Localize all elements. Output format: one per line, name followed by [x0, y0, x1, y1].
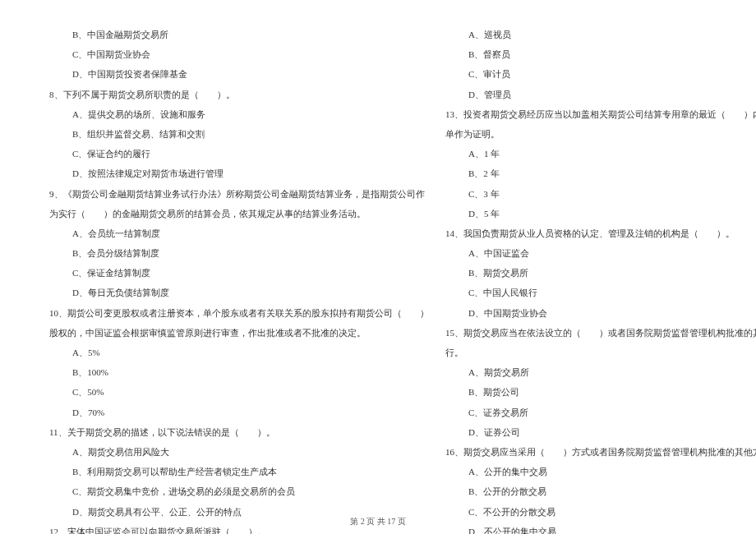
- text-line: A、1 年: [445, 144, 756, 163]
- text-line: A、期货交易所: [445, 362, 756, 382]
- text-line: 8、下列不属于期货交易所职责的是（ ）。: [49, 85, 429, 104]
- text-line: D、证券公司: [445, 422, 756, 442]
- text-line: B、组织并监督交易、结算和交割: [49, 124, 429, 144]
- right-column: A、巡视员B、督察员C、审计员D、管理员13、投资者期货交易经历应当以加盖相关期…: [437, 25, 756, 485]
- text-line: B、公开的分散交易: [445, 481, 756, 501]
- text-line: A、会员统一结算制度: [49, 223, 429, 243]
- text-line: D、中国期货投资者保障基金: [49, 64, 429, 84]
- text-line: C、3 年: [445, 184, 756, 204]
- text-line: A、巡视员: [445, 25, 756, 44]
- text-line: D、5 年: [445, 204, 756, 223]
- text-line: 9、《期货公司金融期货结算业务试行办法》所称期货公司金融期货结算业务，是指期货公…: [49, 184, 429, 204]
- text-line: A、提供交易的场所、设施和服务: [49, 104, 429, 124]
- text-line: A、中国证监会: [445, 243, 756, 263]
- text-line: 15、期货交易应当在依法设立的（ ）或者国务院期货监督管理机构批准的其他交易场所…: [445, 323, 756, 343]
- text-line: 16、期货交易应当采用（ ）方式或者国务院期货监督管理机构批准的其他方式。: [445, 442, 756, 462]
- text-line: B、督察员: [445, 44, 756, 64]
- text-line: D、中国期货业协会: [445, 303, 756, 323]
- text-line: 10、期货公司变更股权或者注册资本，单个股东或者有关联关系的股东拟持有期货公司（…: [49, 303, 429, 323]
- text-line: B、会员分级结算制度: [49, 243, 429, 263]
- text-line: D、管理员: [445, 85, 756, 104]
- text-line: D、每日无负债结算制度: [49, 283, 429, 302]
- text-line: D、70%: [49, 403, 429, 422]
- text-line: C、保证金结算制度: [49, 263, 429, 283]
- text-line: B、2 年: [445, 163, 756, 183]
- text-line: C、中国人民银行: [445, 283, 756, 302]
- text-line: B、期货公司: [445, 382, 756, 402]
- text-line: 为实行（ ）的金融期货交易所的结算会员，依其规定从事的结算业务活动。: [49, 204, 429, 223]
- text-line: A、公开的集中交易: [445, 462, 756, 481]
- text-line: B、中国金融期货交易所: [49, 25, 429, 44]
- text-line: B、利用期货交易可以帮助生产经营者锁定生产成本: [49, 462, 429, 481]
- text-line: C、中国期货业协会: [49, 44, 429, 64]
- text-line: C、50%: [49, 382, 429, 402]
- text-line: 股权的，中国证监会根据审慎监管原则进行审查，作出批准或者不批准的决定。: [49, 323, 429, 343]
- text-line: B、期货交易所: [445, 263, 756, 283]
- page-content: B、中国金融期货交易所C、中国期货业协会D、中国期货投资者保障基金8、下列不属于…: [0, 0, 756, 509]
- text-line: D、按照法律规定对期货市场进行管理: [49, 163, 429, 183]
- left-column: B、中国金融期货交易所C、中国期货业协会D、中国期货投资者保障基金8、下列不属于…: [41, 25, 437, 485]
- text-line: C、证券交易所: [445, 403, 756, 422]
- text-line: 行。: [445, 343, 756, 362]
- text-line: 14、我国负责期货从业人员资格的认定、管理及注销的机构是（ ）。: [445, 223, 756, 243]
- text-line: A、期货交易信用风险大: [49, 442, 429, 462]
- text-line: 11、关于期货交易的描述，以下说法错误的是（ ）。: [49, 422, 429, 442]
- text-line: 单作为证明。: [445, 124, 756, 144]
- text-line: C、保证合约的履行: [49, 144, 429, 163]
- text-line: B、100%: [49, 362, 429, 382]
- text-line: 13、投资者期货交易经历应当以加盖相关期货公司结算专用章的最近（ ）内期货交易结…: [445, 104, 756, 124]
- text-line: A、5%: [49, 343, 429, 362]
- text-line: C、审计员: [445, 64, 756, 84]
- page-footer: 第 2 页 共 17 页: [0, 516, 756, 527]
- text-line: C、期货交易集中竞价，进场交易的必须是交易所的会员: [49, 481, 429, 501]
